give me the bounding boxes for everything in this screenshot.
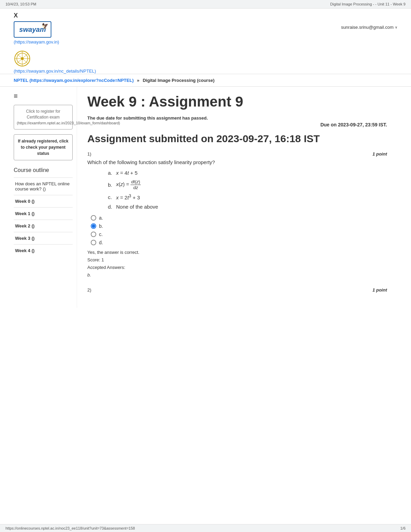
radio-item-b[interactable]: b. xyxy=(91,223,387,229)
options-list: a. x = 4t + 5 b. x(z) = dt(z) dz c. xyxy=(108,170,387,210)
radio-circle-b[interactable] xyxy=(91,223,96,229)
option-d: d. None of the above xyxy=(108,204,387,210)
option-b: b. x(z) = dt(z) dz xyxy=(108,179,387,190)
question-1-number: 1) xyxy=(87,151,91,157)
page-title: Week 9 : Assignment 9 xyxy=(87,94,387,110)
accepted-answer: b. xyxy=(87,271,387,279)
question-1: 1) 1 point Which of the following functi… xyxy=(87,151,387,279)
sidebar-item-week4[interactable]: Week 4 () xyxy=(14,244,73,257)
chevron-down-icon: ∨ xyxy=(395,25,397,29)
option-c-label: c. xyxy=(108,194,113,200)
browser-title: Digital Image Processing - - Unit 11 - W… xyxy=(330,2,406,6)
option-a-content: x = 4t + 5 xyxy=(116,170,138,176)
swayam-url-link[interactable]: (https://swayam.gov.in) xyxy=(14,39,96,45)
radio-circle-d[interactable] xyxy=(91,240,96,245)
breadcrumb: NPTEL (https://swayam.gov.in/explorer?nc… xyxy=(0,74,411,87)
cert-register-box[interactable]: Click to register for Certification exam… xyxy=(14,105,73,129)
sidebar-item-label: Week 4 () xyxy=(15,248,35,253)
nptel-url[interactable]: (https://swayam.gov.in/nc_details/NPTEL) xyxy=(14,69,96,74)
option-d-content: None of the above xyxy=(116,204,158,210)
sidebar-item-how-it-works[interactable]: How does an NPTEL online course work? () xyxy=(14,177,73,195)
option-c: c. x = 2t3 + 3 xyxy=(108,194,387,200)
question-2: 2) 1 point xyxy=(87,287,387,293)
due-date: Due on 2023-09-27, 23:59 IST. xyxy=(87,122,387,127)
accepted-label: Accepted Answers: xyxy=(87,264,387,271)
user-email-text: sunraise.srinu@gmail.com xyxy=(341,25,394,30)
sidebar-item-label: Week 2 () xyxy=(15,223,35,228)
result-text: Yes, the answer is correct. Score: 1 Acc… xyxy=(87,249,387,279)
user-email[interactable]: sunraise.srinu@gmail.com ∨ xyxy=(341,21,397,30)
close-button[interactable]: X xyxy=(14,12,397,19)
question-2-header: 2) 1 point xyxy=(87,287,387,293)
due-notice: The due date for submitting this assignm… xyxy=(87,115,387,121)
radio-label-d: d. xyxy=(99,240,103,245)
swayam-url[interactable]: (https://swayam.gov.in) xyxy=(14,39,59,45)
radio-label-c: c. xyxy=(99,232,103,237)
question-1-text: Which of the following function satisfy … xyxy=(87,159,387,165)
radio-item-d[interactable]: d. xyxy=(91,240,387,245)
radio-circle-c[interactable] xyxy=(91,232,96,237)
radio-group: a. b. c. d. xyxy=(91,215,387,245)
site-header: X swayam 🦅 (https://swayam.gov.in) xyxy=(0,9,411,74)
browser-bar: 10/4/23, 10:53 PM Digital Image Processi… xyxy=(0,0,411,9)
sidebar-item-week0[interactable]: Week 0 () xyxy=(14,195,73,207)
breadcrumb-current: Digital Image Processing (course) xyxy=(143,78,215,83)
question-2-points: 1 point xyxy=(372,287,387,293)
course-outline-title: Course outline xyxy=(14,167,73,173)
radio-item-a[interactable]: a. xyxy=(91,215,387,221)
sidebar-item-label: How does an NPTEL online course work? () xyxy=(15,181,70,191)
option-c-content: x = 2t3 + 3 xyxy=(116,194,140,200)
option-b-content: x(z) = dt(z) dz xyxy=(116,179,141,190)
sidebar-item-week3[interactable]: Week 3 () xyxy=(14,232,73,244)
header-top: swayam 🦅 (https://swayam.gov.in) xyxy=(14,21,397,74)
question-2-number: 2) xyxy=(87,287,91,293)
content-area: Week 9 : Assignment 9 The due date for s… xyxy=(77,87,397,308)
main-layout: ≡ Click to register for Certification ex… xyxy=(0,87,411,308)
svg-point-6 xyxy=(21,57,24,60)
swayam-logo[interactable]: swayam 🦅 xyxy=(14,21,96,38)
option-d-label: d. xyxy=(108,204,113,210)
radio-circle-a[interactable] xyxy=(91,215,96,221)
sidebar-item-week2[interactable]: Week 2 () xyxy=(14,220,73,232)
swayam-bird-icon: 🦅 xyxy=(42,23,49,29)
radio-label-a: a. xyxy=(99,215,103,221)
breadcrumb-nptel-link[interactable]: NPTEL (https://swayam.gov.in/explorer?nc… xyxy=(14,78,134,83)
sidebar: ≡ Click to register for Certification ex… xyxy=(14,87,77,308)
radio-item-c[interactable]: c. xyxy=(91,232,387,237)
browser-timestamp: 10/4/23, 10:53 PM xyxy=(5,2,36,6)
sidebar-item-label: Week 3 () xyxy=(15,236,35,241)
cert-box-text: Click to register for Certification exam xyxy=(17,109,70,120)
option-a: a. x = 4t + 5 xyxy=(108,170,387,176)
sidebar-item-label: Week 0 () xyxy=(15,199,35,204)
payment-status-box[interactable]: If already registered, click to check yo… xyxy=(14,134,73,160)
logo-section: swayam 🦅 (https://swayam.gov.in) xyxy=(14,21,96,74)
sidebar-item-label: Week 1 () xyxy=(15,211,35,216)
hamburger-menu[interactable]: ≡ xyxy=(14,92,73,100)
question-1-points: 1 point xyxy=(372,151,387,157)
nptel-url-link[interactable]: (https://swayam.gov.in/nc_details/NPTEL) xyxy=(14,68,96,74)
sidebar-item-week1[interactable]: Week 1 () xyxy=(14,207,73,220)
swayam-logo-box: swayam 🦅 xyxy=(14,21,51,38)
result-correct: Yes, the answer is correct. xyxy=(87,249,387,256)
question-1-header: 1) 1 point xyxy=(87,151,387,157)
submitted-heading: Assignment submitted on 2023-09-27, 16:1… xyxy=(87,133,387,145)
payment-box-text: If already registered, click to check yo… xyxy=(18,139,68,156)
nptel-logo-area[interactable] xyxy=(14,47,96,68)
result-score: Score: 1 xyxy=(87,256,387,264)
breadcrumb-separator: » xyxy=(137,78,139,83)
option-b-label: b. xyxy=(108,182,113,188)
radio-label-b: b. xyxy=(99,223,103,229)
option-a-label: a. xyxy=(108,170,113,176)
nptel-logo-icon xyxy=(14,50,31,67)
